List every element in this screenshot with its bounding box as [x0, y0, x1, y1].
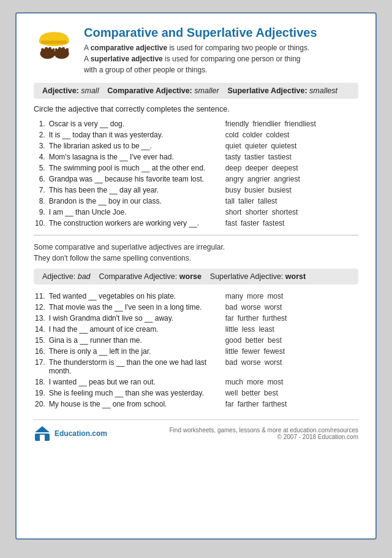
option-word[interactable]: better: [245, 336, 264, 345]
option-word[interactable]: farther: [238, 400, 259, 408]
sentence-text: The swimming pool is much __ at the othe…: [48, 162, 219, 174]
option-word[interactable]: least: [258, 325, 274, 334]
sentence-text: Oscar is a very __ dog.: [48, 118, 219, 129]
option-word[interactable]: farthest: [262, 400, 287, 408]
option-word[interactable]: busiest: [268, 186, 292, 194]
sentence-options: little less least: [219, 324, 358, 335]
option-word[interactable]: much: [225, 378, 243, 386]
option-word[interactable]: fastest: [263, 219, 284, 227]
option-word[interactable]: angrier: [247, 175, 270, 183]
table-row: 1. Oscar is a very __ dog. friendly frie…: [34, 118, 358, 129]
option-word[interactable]: busy: [225, 186, 241, 194]
option-word[interactable]: bad: [225, 303, 238, 311]
sentence-options: tall taller tallest: [219, 196, 358, 207]
super-label-2: Superlative Adjective:: [210, 272, 284, 281]
option-word[interactable]: tasty: [225, 153, 241, 161]
option-word[interactable]: fewer: [242, 347, 260, 356]
option-word[interactable]: tall: [225, 197, 235, 205]
option-word[interactable]: deepest: [272, 164, 298, 172]
table-row: 7. This has been the __ day all year. bu…: [34, 185, 358, 196]
adj-label-1: Adjective:: [42, 86, 79, 95]
sentence-text: The librarian asked us to be __.: [48, 140, 219, 151]
option-word[interactable]: bad: [225, 358, 238, 367]
sentence-text: There is only a __ left in the jar.: [48, 346, 219, 357]
sentence-text: Grandpa was __ because his favorite team…: [48, 174, 219, 185]
option-word[interactable]: tallest: [258, 197, 277, 205]
table-row: 5. The swimming pool is much __ at the o…: [34, 162, 358, 174]
option-word[interactable]: quiet: [225, 142, 241, 150]
option-word[interactable]: worst: [265, 303, 282, 311]
sentence-num: 4.: [34, 151, 48, 162]
adj-word-2: bad: [78, 272, 91, 281]
option-word[interactable]: faster: [241, 219, 259, 227]
exercise-table-1: 1. Oscar is a very __ dog. friendly frie…: [34, 118, 358, 229]
option-word[interactable]: tastier: [244, 153, 265, 161]
option-word[interactable]: more: [247, 292, 263, 300]
page-title: Comparative and Superlative Adjectives: [84, 26, 317, 40]
option-word[interactable]: most: [267, 292, 283, 300]
worksheet-page: Comparative and Superlative Adjectives A…: [15, 12, 377, 540]
sentence-text: My house is the __ one from school.: [48, 399, 219, 410]
option-word[interactable]: less: [242, 325, 255, 334]
option-word[interactable]: friendlier: [252, 120, 281, 128]
option-word[interactable]: colder: [243, 131, 263, 139]
sentence-num: 2.: [34, 129, 48, 140]
option-word[interactable]: deep: [225, 164, 242, 172]
header: Comparative and Superlative Adjectives A…: [34, 26, 358, 75]
option-word[interactable]: quietest: [271, 142, 296, 150]
option-word[interactable]: most: [267, 378, 283, 386]
option-word[interactable]: taller: [238, 197, 254, 205]
option-word[interactable]: friendly: [225, 120, 249, 128]
option-word[interactable]: deeper: [245, 164, 268, 172]
option-word[interactable]: more: [247, 378, 263, 386]
table-row: 12. That movie was the __ I've seen in a…: [34, 302, 358, 313]
option-word[interactable]: angriest: [274, 175, 300, 183]
option-word[interactable]: little: [225, 325, 238, 334]
svg-rect-7: [53, 48, 55, 52]
option-word[interactable]: further: [238, 314, 259, 323]
option-word[interactable]: worse: [241, 358, 261, 367]
option-word[interactable]: worst: [265, 358, 282, 367]
table-row: 15. Gina is a __ runner than me. good be…: [34, 335, 358, 346]
option-word[interactable]: worse: [241, 303, 261, 311]
sentence-num: 14.: [34, 324, 48, 335]
sentence-text: Gina is a __ runner than me.: [48, 335, 219, 346]
svg-rect-8: [55, 48, 58, 52]
sentence-num: 11.: [34, 291, 48, 302]
option-word[interactable]: busier: [244, 186, 265, 194]
option-word[interactable]: far: [225, 400, 234, 408]
option-word[interactable]: quieter: [245, 142, 268, 150]
comp-label-2: Comparative Adjective:: [99, 272, 177, 281]
option-word[interactable]: shortest: [272, 208, 298, 216]
irregular-note: Some comparative and superlative adjecti…: [34, 242, 358, 264]
option-word[interactable]: tastiest: [268, 153, 292, 161]
option-word[interactable]: fewest: [263, 347, 285, 356]
sentence-text: Ted wanted __ vegetables on his plate.: [48, 291, 219, 302]
option-word[interactable]: fast: [225, 219, 237, 227]
option-word[interactable]: little: [225, 347, 238, 356]
option-word[interactable]: better: [241, 389, 260, 397]
option-word[interactable]: furthest: [262, 314, 287, 323]
sentence-options: deep deeper deepest: [219, 162, 358, 174]
table-row: 4. Mom's lasagna is the __ I've ever had…: [34, 151, 358, 162]
option-word[interactable]: short: [225, 208, 242, 216]
option-word[interactable]: cold: [225, 131, 239, 139]
table-row: 3. The librarian asked us to be __. quie…: [34, 140, 358, 151]
comp-word-1: smaller: [194, 86, 219, 95]
option-word[interactable]: angry: [225, 175, 244, 183]
sentence-options: bad worse worst: [219, 302, 358, 313]
svg-rect-10: [62, 47, 64, 52]
option-word[interactable]: good: [225, 336, 242, 345]
option-word[interactable]: many: [225, 292, 243, 300]
option-word[interactable]: far: [225, 314, 234, 323]
option-word[interactable]: coldest: [266, 131, 289, 139]
svg-rect-1: [41, 40, 67, 44]
option-word[interactable]: shorter: [245, 208, 268, 216]
option-word[interactable]: best: [264, 389, 278, 397]
sentence-options: far farther farthest: [219, 399, 358, 410]
option-word[interactable]: friendliest: [284, 120, 315, 128]
sentence-num: 8.: [34, 196, 48, 207]
footer-logo: Education.com: [34, 425, 107, 442]
option-word[interactable]: well: [225, 389, 238, 397]
option-word[interactable]: best: [268, 336, 282, 345]
